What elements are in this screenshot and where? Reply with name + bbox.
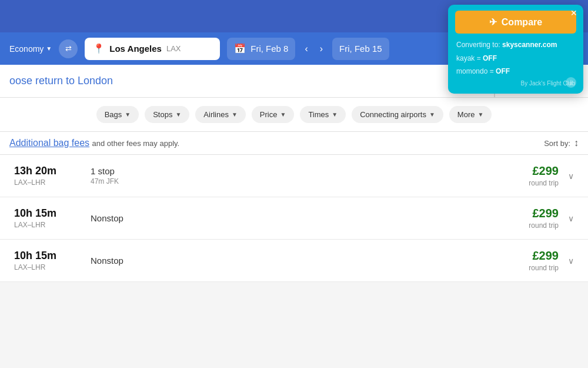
price-amount-2: £299 <box>488 207 559 220</box>
times-filter-label: Times <box>308 110 329 119</box>
duration-value-3: 10h 15m <box>14 250 91 262</box>
compare-popup: ✕ ✈ Compare Converting to: skyscanner.co… <box>448 5 583 94</box>
stops-label-2: Nonstop <box>91 213 488 223</box>
bag-fees-link[interactable]: Additional bag fees <box>9 138 89 148</box>
choose-return-text: oose return to London <box>9 75 113 87</box>
price-filter-button[interactable]: Price ▼ <box>252 106 295 123</box>
choose-return-area: oose return to London <box>0 65 494 97</box>
kayak-toggle-value: OFF <box>483 54 497 62</box>
price-amount-1: £299 <box>488 164 559 178</box>
stops-label-3: Nonstop <box>91 256 488 266</box>
date-prev-button[interactable]: ‹ <box>302 44 310 54</box>
bag-fees-info: Additional bag fees and other fees may a… <box>9 138 179 148</box>
duration-value-1: 13h 20m <box>14 165 91 177</box>
expand-row-2-icon[interactable]: ∨ <box>568 214 574 223</box>
converting-text: Converting to: skyscanner.com <box>456 41 575 49</box>
flight-price-2: £299 round trip <box>488 207 559 230</box>
flight-stops-3: Nonstop <box>91 256 488 266</box>
economy-label: Economy <box>9 44 44 54</box>
bags-filter-button[interactable]: Bags ▼ <box>96 106 139 123</box>
price-type-3: round trip <box>488 264 559 272</box>
site-name: skyscanner.com <box>502 41 557 49</box>
stops-filter-label: Stops <box>153 110 172 119</box>
economy-selector[interactable]: Economy ▼ <box>9 44 52 54</box>
airlines-filter-label: Airlines <box>203 110 229 119</box>
flight-duration-1: 13h 20m LAX–LHR <box>14 165 91 187</box>
flight-result-row[interactable]: 13h 20m LAX–LHR 1 stop 47m JFK £299 roun… <box>0 155 588 197</box>
flight-result-row[interactable]: 10h 15m LAX–LHR Nonstop £299 round trip … <box>0 197 588 240</box>
sort-by-area: Sort by: ↕ <box>544 138 579 148</box>
attribution-text: By Jack's Flight Club <box>448 78 583 87</box>
location-pin-icon: 📍 <box>93 43 105 54</box>
price-filter-label: Price <box>260 110 278 119</box>
compare-button-area: ✈ Compare <box>448 5 583 38</box>
date-to-field[interactable]: Fri, Feb 15 <box>332 38 389 60</box>
info-symbol: i <box>570 79 572 86</box>
swap-locations-button[interactable]: ⇄ <box>59 39 78 58</box>
swap-icon: ⇄ <box>65 44 72 53</box>
date-from-value: Fri, Feb 8 <box>250 44 288 54</box>
bags-dropdown-icon: ▼ <box>125 111 131 118</box>
sort-by-label: Sort by: <box>544 139 570 148</box>
airport-code: LAX <box>166 44 181 53</box>
duration-value-2: 10h 15m <box>14 207 91 220</box>
calendar-icon: 📅 <box>234 43 246 54</box>
more-dropdown-icon: ▼ <box>477 111 483 118</box>
kayak-toggle-label: kayak = <box>456 54 483 62</box>
momondo-toggle-row: momondo = OFF <box>456 65 575 78</box>
flight-result-row[interactable]: 10h 15m LAX–LHR Nonstop £299 round trip … <box>0 240 588 282</box>
flight-duration-3: 10h 15m LAX–LHR <box>14 250 91 271</box>
bag-fees-text: and other fees may apply. <box>92 139 180 148</box>
compare-close-button[interactable]: ✕ <box>570 8 577 18</box>
bags-filter-label: Bags <box>105 110 122 119</box>
price-amount-3: £299 <box>488 249 559 263</box>
flight-price-3: £299 round trip <box>488 249 559 272</box>
date-next-button[interactable]: › <box>318 44 325 54</box>
flight-price-1: £299 round trip <box>488 164 559 187</box>
economy-chevron-icon: ▼ <box>46 45 52 52</box>
route-value-2: LAX–LHR <box>14 221 91 229</box>
compare-plane-icon: ✈ <box>489 16 497 28</box>
origin-location-field[interactable]: 📍 Los Angeles LAX <box>85 38 220 60</box>
route-value-3: LAX–LHR <box>14 263 91 271</box>
connecting-airports-filter-button[interactable]: Connecting airports ▼ <box>352 106 443 123</box>
flight-results-area: 13h 20m LAX–LHR 1 stop 47m JFK £299 roun… <box>0 155 588 282</box>
momondo-toggle-label: momondo = <box>456 67 496 75</box>
price-type-2: round trip <box>488 221 559 230</box>
times-dropdown-icon: ▼ <box>332 111 338 118</box>
connecting-airports-filter-label: Connecting airports <box>360 110 426 119</box>
compare-button-label: Compare <box>502 17 542 28</box>
city-name: Los Angeles <box>109 44 162 54</box>
airlines-dropdown-icon: ▼ <box>232 111 238 118</box>
momondo-toggle-value: OFF <box>496 67 510 75</box>
stops-detail-1: 47m JFK <box>91 177 488 185</box>
times-filter-button[interactable]: Times ▼ <box>300 106 346 123</box>
compare-main-button[interactable]: ✈ Compare <box>455 11 576 34</box>
date-to-value: Fri, Feb 15 <box>339 44 382 54</box>
stops-dropdown-icon: ▼ <box>175 111 181 118</box>
connecting-dropdown-icon: ▼ <box>429 111 435 118</box>
price-dropdown-icon: ▼ <box>280 111 286 118</box>
more-filter-button[interactable]: More ▼ <box>449 106 492 123</box>
price-type-1: round trip <box>488 179 559 187</box>
expand-row-3-icon[interactable]: ∨ <box>568 256 574 266</box>
converting-prefix: Converting to: <box>456 41 502 49</box>
flight-stops-2: Nonstop <box>91 213 488 223</box>
filter-bar: Bags ▼ Stops ▼ Airlines ▼ Price ▼ Times … <box>0 98 588 132</box>
chevron-left-icon: ‹ <box>305 44 308 54</box>
stops-filter-button[interactable]: Stops ▼ <box>145 106 189 123</box>
stops-label-1: 1 stop <box>91 166 488 176</box>
flight-duration-2: 10h 15m LAX–LHR <box>14 207 91 229</box>
date-from-field[interactable]: 📅 Fri, Feb 8 <box>227 38 295 60</box>
expand-row-1-icon[interactable]: ∨ <box>568 171 574 181</box>
flight-stops-1: 1 stop 47m JFK <box>91 166 488 185</box>
sort-order-icon[interactable]: ↕ <box>574 138 579 148</box>
more-filter-label: More <box>457 110 475 119</box>
route-value-1: LAX–LHR <box>14 178 91 187</box>
close-icon: ✕ <box>570 8 577 18</box>
kayak-toggle-row: kayak = OFF <box>456 52 575 65</box>
airlines-filter-button[interactable]: Airlines ▼ <box>195 106 246 123</box>
chevron-right-icon: › <box>320 44 323 54</box>
info-bar: Additional bag fees and other fees may a… <box>0 132 588 155</box>
compare-info-area: Converting to: skyscanner.com kayak = OF… <box>448 38 583 78</box>
